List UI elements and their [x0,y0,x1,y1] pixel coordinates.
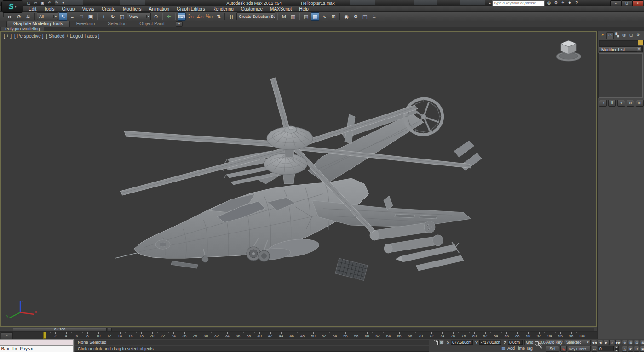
rectangular-selection-region-button[interactable]: □ [77,12,86,21]
render-setup-button[interactable]: ⚙ [351,12,360,21]
favorites-button[interactable]: ★ [567,0,573,6]
perspective-viewport[interactable]: [ + ] [ Perspective ] [ Shaded + Edged F… [0,31,597,327]
maximize-viewport-toggle[interactable]: ▣ [640,346,644,352]
open-file-button[interactable]: ▭ [33,0,39,6]
tab-display[interactable]: ▢ [628,32,634,38]
curve-editor-button[interactable]: ∿ [320,12,328,21]
ribbon-options-button[interactable]: ▾ [176,21,183,27]
spinner-up-icon[interactable]: ▲ [615,346,619,349]
object-color-swatch[interactable] [638,40,644,45]
viewport-shading-menu[interactable]: [ Shaded + Edged Faces ] [46,34,99,39]
frame-spinner[interactable]: ▲ ▼ [615,346,619,352]
object-name-field[interactable] [599,40,638,46]
window-crossing-toggle[interactable]: ▣ [86,12,95,21]
track-bar-ruler[interactable]: 0246810121416182022242628303234363840424… [0,332,597,339]
spinner-down-icon[interactable]: ▼ [615,349,619,352]
key-filters-button[interactable]: Key Filters... [568,346,591,352]
menu-graph-editors[interactable]: Graph Editors [173,6,209,12]
menu-animation[interactable]: Animation [145,6,172,12]
select-and-rotate-button[interactable]: ↻ [109,12,117,21]
menu-maxscript[interactable]: MAXScript [266,6,295,12]
subscription-center-button[interactable]: ⚙ [553,0,559,6]
viewport-pov-menu[interactable]: [ Perspective ] [14,34,43,39]
reference-coordinate-dropdown[interactable]: View▾ [127,12,151,20]
current-frame-field[interactable] [598,346,614,351]
edit-named-selection-sets-button[interactable]: {} [227,12,236,21]
communication-center-button[interactable]: ✈ [560,0,566,6]
configure-modifier-sets-button[interactable]: ⊞ [636,100,644,107]
zoom-button[interactable]: ⊕ [622,340,627,345]
menu-create[interactable]: Create [98,6,119,12]
tab-utilities[interactable]: ⚒ [635,32,641,38]
macro-recorder-pane[interactable] [0,339,74,345]
material-editor-button[interactable]: ◉ [342,12,351,21]
named-selection-set-dropdown[interactable]: Create Selection Se▾ [236,12,275,20]
quick-access-dropdown[interactable]: ▾ [60,0,66,6]
help-button[interactable]: ? [574,0,580,6]
menu-group[interactable]: Group [58,6,79,12]
ribbon-tab-object-paint[interactable]: Object Paint [133,21,171,27]
menu-help[interactable]: Help [295,6,312,12]
current-frame-marker[interactable] [43,332,46,339]
angle-snap-toggle[interactable]: ∠∩ [196,12,204,21]
redo-button[interactable]: ↷ [53,0,59,6]
keyboard-shortcut-override-toggle[interactable]: ⌨ [178,12,186,21]
menu-views[interactable]: Views [78,6,98,12]
time-slider-notch[interactable] [108,328,112,331]
helicopter-tail-boom[interactable] [308,108,482,184]
show-end-result-button[interactable]: ‖ [608,100,616,107]
zoom-extents-all-button[interactable]: ⊠ [640,340,644,345]
align-button[interactable]: ▥ [289,12,297,21]
search-input[interactable] [492,0,545,6]
time-slider-handle[interactable]: 0 / 100 [13,328,107,331]
unlink-selection-button[interactable]: ⊘ [15,12,23,21]
x-coordinate-field[interactable] [451,340,473,345]
go-to-start-button[interactable]: ◀◀ [592,340,597,345]
previous-frame-button[interactable]: ◀ [598,340,603,345]
key-mode-dropdown[interactable]: Selected ▼ [564,340,591,345]
bind-to-space-warp-button[interactable]: ≋ [24,12,32,21]
menu-modifiers[interactable]: Modifiers [119,6,145,12]
pan-view-button[interactable]: ☛ [628,346,633,352]
next-frame-button[interactable]: ▷ [610,340,615,345]
make-unique-button[interactable]: ∨ [617,100,625,107]
set-keys-button[interactable] [534,340,544,351]
toolbar-grip[interactable] [1,13,4,20]
absolute-transform-icon[interactable]: ⊞ [438,340,444,345]
select-and-manipulate-button[interactable]: ✛ [165,12,173,21]
key-mode-toggle-button[interactable]: ↔ [592,346,597,352]
helicopter-wireframe-model[interactable] [1,32,596,326]
ribbon-tab-selection[interactable]: Selection [101,21,133,27]
application-menu-button[interactable]: S ▾ [1,0,23,13]
menu-edit[interactable]: Edit [25,6,40,12]
z-coordinate-field[interactable] [508,340,523,345]
y-coordinate-field[interactable] [479,340,501,345]
menu-rendering[interactable]: Rendering [209,6,237,12]
helicopter-right-weapons[interactable] [312,196,471,280]
play-animation-button[interactable]: ▶ [604,340,609,345]
select-and-move-button[interactable]: + [99,12,108,21]
remove-modifier-button[interactable]: ⌀ [627,100,634,107]
new-scene-button[interactable]: ▢ [26,0,32,6]
snaps-toggle-3d[interactable]: 3∩ [187,12,195,21]
viewport-general-menu[interactable]: [ + ] [4,34,12,39]
modifier-list-dropdown[interactable]: Modifier List ▼ [599,46,643,52]
percent-snap-toggle[interactable]: %∩ [205,12,213,21]
key-filter-curve-icon[interactable]: ∿ [560,346,567,352]
track-bar[interactable]: ≈ 02468101214161820222426283032343638404… [0,332,597,339]
add-time-tag[interactable]: ▦ Add Time Tag [501,346,533,351]
selection-filter-dropdown[interactable]: All▾ [37,12,58,20]
pin-stack-button[interactable]: ⊸ [599,100,607,107]
select-and-link-button[interactable]: ∞ [6,12,14,21]
ribbon-tab-freeform[interactable]: Freeform [70,21,102,27]
tab-create[interactable]: ✶ [599,32,606,38]
select-and-scale-button[interactable]: ◱ [118,12,126,21]
menu-tools[interactable]: Tools [40,6,58,12]
set-key-button[interactable]: Set Key [546,346,559,352]
helicopter-fuselage[interactable] [115,178,369,268]
tab-motion[interactable]: ◎ [621,32,627,38]
rendered-frame-window-button[interactable]: ◳ [361,12,369,21]
infocenter-expander-icon[interactable]: ▸ [489,1,491,5]
zoom-extents-button[interactable]: ⊡ [634,340,639,345]
zoom-all-button[interactable]: ⊞ [628,340,633,345]
